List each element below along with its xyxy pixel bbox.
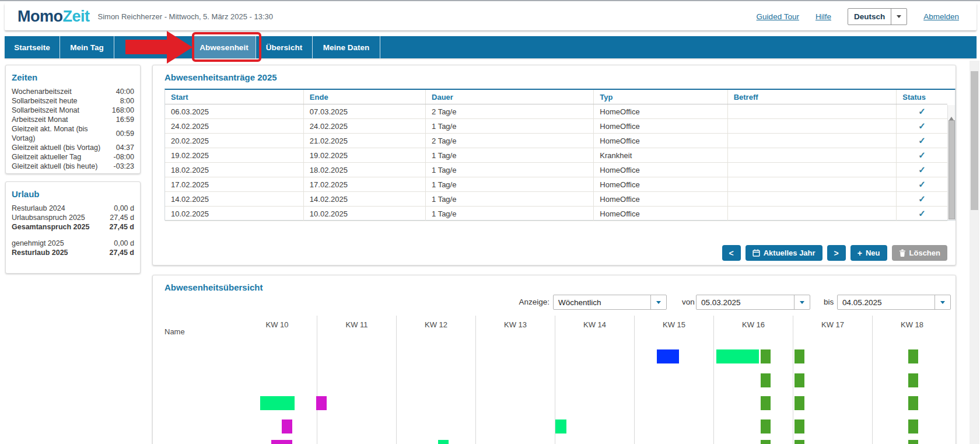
stat-row: Wochenarbeitszeit40:00 bbox=[12, 87, 134, 96]
cell-status: ✓ bbox=[897, 134, 947, 148]
table-row[interactable]: 06.03.202507.03.20252 Tag/eHomeOffice✓ bbox=[165, 104, 947, 119]
absence-bar-dark-green[interactable] bbox=[761, 373, 771, 387]
neu-button[interactable]: + Neu bbox=[850, 245, 887, 261]
absence-bar-dark-green[interactable] bbox=[761, 349, 771, 363]
tab-startseite[interactable]: Startseite bbox=[5, 36, 60, 58]
zeiten-card: Zeiten Wochenarbeitszeit40:00Sollarbeits… bbox=[5, 65, 141, 174]
prev-year-button[interactable]: < bbox=[722, 245, 741, 261]
absence-bar-dark-green[interactable] bbox=[794, 373, 804, 387]
stat-label: Urlaubsanspruch 2025 bbox=[12, 213, 106, 222]
abmelden-link[interactable]: Abmelden bbox=[923, 12, 959, 21]
urlaub-card: Urlaub Resturlaub 20240,00 dUrlaubsanspr… bbox=[5, 181, 141, 274]
absence-bar-dark-green[interactable] bbox=[908, 349, 918, 363]
calendar-icon bbox=[752, 249, 760, 257]
stat-value: 0,00 d bbox=[114, 204, 134, 213]
momozeit-app: MomoZeit Simon Reichherzer - Mittwoch, 5… bbox=[0, 0, 980, 444]
stat-label: genehmigt 2025 bbox=[12, 239, 110, 248]
absence-bar-magenta[interactable] bbox=[282, 419, 292, 433]
approved-check-icon: ✓ bbox=[918, 165, 926, 174]
cell-betreff bbox=[727, 163, 897, 177]
table-row[interactable]: 10.02.202510.02.20251 Tag/eHomeOffice✓ bbox=[165, 207, 947, 221]
stat-label: Gleitzeit aktueller Tag bbox=[12, 152, 110, 162]
cell-start: 18.02.2025 bbox=[165, 163, 303, 177]
absence-bar-dark-green[interactable] bbox=[908, 373, 918, 387]
table-row[interactable]: 24.02.202524.02.20251 Tag/eHomeOffice✓ bbox=[165, 119, 947, 134]
stat-row: Gleitzeit aktuell (bis Vortag)04:37 bbox=[12, 143, 134, 152]
page-scrollbar-thumb[interactable] bbox=[971, 71, 978, 210]
absence-bar-magenta[interactable] bbox=[316, 396, 327, 410]
table-scrollbar[interactable] bbox=[947, 105, 955, 220]
absence-bar-spring-green[interactable] bbox=[555, 419, 566, 433]
approved-check-icon: ✓ bbox=[918, 208, 926, 218]
hilfe-link[interactable]: Hilfe bbox=[816, 12, 831, 21]
stat-label: Gleitzeit akt. Monat (bis Vortag) bbox=[12, 124, 113, 143]
column-header-betreff: Betreff bbox=[727, 90, 897, 104]
header-bar: MomoZeit Simon Reichherzer - Mittwoch, 5… bbox=[5, 3, 977, 30]
table-row[interactable]: 18.02.202518.02.20251 Tag/eHomeOffice✓ bbox=[165, 163, 947, 177]
user-date-line: Simon Reichherzer - Mittwoch, 5. März 20… bbox=[98, 12, 274, 21]
loeschen-label: Löschen bbox=[909, 249, 940, 257]
cell-typ: Krankheit bbox=[594, 148, 727, 163]
absence-bar-dark-green[interactable] bbox=[908, 396, 918, 410]
scroll-up-icon[interactable] bbox=[949, 107, 954, 117]
approved-check-icon: ✓ bbox=[918, 135, 926, 145]
cell-ende: 17.02.2025 bbox=[303, 177, 425, 192]
cell-ende: 21.02.2025 bbox=[303, 134, 425, 148]
page-scrollbar[interactable] bbox=[970, 61, 979, 444]
table-row[interactable]: 20.02.202521.02.20252 Tag/eHomeOffice✓ bbox=[165, 134, 947, 148]
cell-start: 24.02.2025 bbox=[165, 119, 303, 134]
tab-meine-daten[interactable]: Meine Daten bbox=[313, 36, 380, 58]
next-year-button[interactable]: > bbox=[827, 245, 846, 261]
column-header-dauer: Dauer bbox=[426, 90, 594, 104]
chart-bars-layer bbox=[153, 275, 956, 444]
absence-bar-dark-green[interactable] bbox=[908, 440, 918, 444]
absence-bar-dark-green[interactable] bbox=[761, 440, 771, 444]
absence-bar-dark-green[interactable] bbox=[908, 419, 918, 433]
stat-row: Arbeitszeit Monat16:59 bbox=[12, 115, 134, 124]
cell-dauer: 1 Tag/e bbox=[426, 163, 594, 177]
absence-bar-dark-green[interactable] bbox=[761, 419, 771, 433]
guided-tour-link[interactable]: Guided Tour bbox=[757, 12, 799, 21]
stat-value: 04:37 bbox=[116, 143, 134, 152]
stat-row: Gleitzeit aktuell (bis heute)-03:23 bbox=[12, 162, 134, 171]
cell-betreff bbox=[727, 148, 897, 163]
red-arrow-annotation bbox=[125, 40, 168, 54]
table-scrollbar-thumb[interactable] bbox=[949, 120, 955, 219]
aktuelles-jahr-button[interactable]: Aktuelles Jahr bbox=[746, 245, 822, 261]
language-select[interactable]: Deutsch bbox=[848, 8, 907, 25]
table-row[interactable]: 14.02.202514.02.20251 Tag/eHomeOffice✓ bbox=[165, 192, 947, 207]
stat-label: Sollarbeitszeit heute bbox=[12, 96, 117, 106]
table-row[interactable]: 19.02.202519.02.20251 Tag/eKrankheit✓ bbox=[165, 148, 947, 163]
absence-bar-spring-green[interactable] bbox=[438, 440, 449, 444]
absence-bar-blue[interactable] bbox=[657, 349, 679, 363]
absence-bar-spring-green[interactable] bbox=[716, 349, 759, 363]
absence-bar-dark-green[interactable] bbox=[794, 349, 804, 363]
chevron-right-icon: > bbox=[834, 249, 839, 258]
absence-bar-dark-green[interactable] bbox=[761, 396, 771, 410]
table-button-bar: < Aktuelles Jahr > + Neu Löschen bbox=[722, 245, 947, 261]
language-value: Deutsch bbox=[848, 12, 891, 21]
zeiten-title: Zeiten bbox=[12, 72, 134, 82]
absence-bar-magenta[interactable] bbox=[271, 440, 292, 444]
cell-ende: 24.02.2025 bbox=[303, 119, 425, 134]
stat-row: Gesamtanspruch 202527,45 d bbox=[12, 222, 134, 232]
tab-ubersicht[interactable]: Übersicht bbox=[256, 36, 313, 58]
app-logo: MomoZeit bbox=[18, 8, 90, 26]
cell-status: ✓ bbox=[897, 119, 947, 134]
stat-value: 27,45 d bbox=[110, 222, 134, 232]
cell-status: ✓ bbox=[897, 207, 947, 221]
absence-bar-spring-green[interactable] bbox=[260, 396, 295, 410]
tab-mein-tag[interactable]: Mein Tag bbox=[60, 36, 114, 58]
cell-ende: 10.02.2025 bbox=[303, 207, 425, 221]
language-caret-box[interactable] bbox=[891, 9, 907, 25]
cell-betreff bbox=[727, 119, 897, 134]
cell-ende: 19.02.2025 bbox=[303, 148, 425, 163]
absence-bar-dark-green[interactable] bbox=[794, 419, 804, 433]
aktuelles-jahr-label: Aktuelles Jahr bbox=[764, 249, 816, 257]
loeschen-button[interactable]: Löschen bbox=[892, 245, 947, 261]
red-highlight-box bbox=[192, 32, 261, 62]
stat-row: Sollarbeitszeit Monat168:00 bbox=[12, 106, 134, 115]
absence-bar-dark-green[interactable] bbox=[794, 396, 804, 410]
table-row[interactable]: 17.02.202517.02.20251 Tag/eHomeOffice✓ bbox=[165, 177, 947, 192]
absence-bar-dark-green[interactable] bbox=[794, 440, 804, 444]
